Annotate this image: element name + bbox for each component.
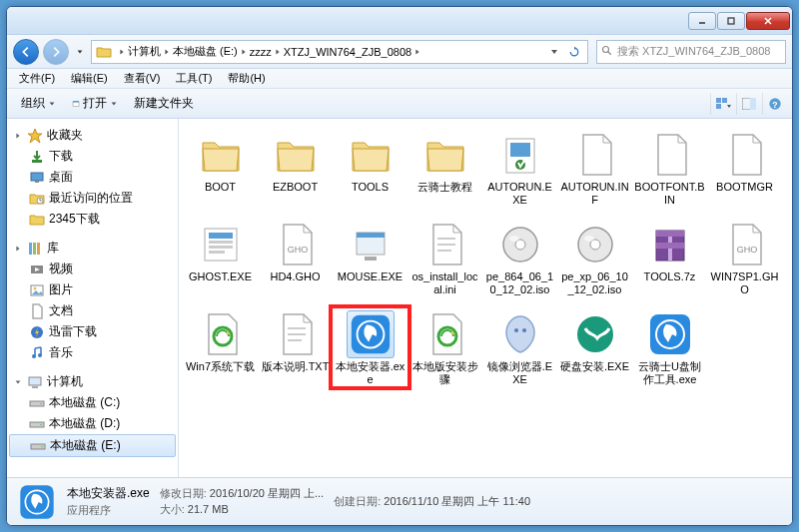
file-item[interactable]: Win7系统下载 bbox=[183, 308, 258, 398]
nav-history-dropdown[interactable] bbox=[73, 39, 87, 65]
file-item[interactable]: 本地版安装步骤 bbox=[407, 308, 482, 398]
close-button[interactable] bbox=[746, 12, 790, 30]
desktop-icon bbox=[29, 170, 45, 186]
file-item[interactable]: BOOT bbox=[183, 129, 258, 219]
file-label: pe_864_06_10_12_02.iso bbox=[482, 270, 557, 295]
addr-dropdown-icon[interactable] bbox=[545, 43, 563, 61]
file-item[interactable]: os_install_local.ini bbox=[407, 219, 482, 308]
sidebar-item-drive-c[interactable]: 本地磁盘 (C:) bbox=[7, 392, 178, 413]
sidebar-item-music[interactable]: 音乐 bbox=[7, 342, 178, 363]
explorer-window: 计算机 本地磁盘 (E:) zzzz XTZJ_WIN764_ZJB_0808 … bbox=[6, 6, 793, 526]
breadcrumb-item[interactable]: XTZJ_WIN764_ZJB_0808 bbox=[284, 46, 411, 58]
file-item[interactable]: GHOWIN7SP1.GHO bbox=[707, 219, 782, 308]
star-icon bbox=[27, 128, 43, 144]
file-item[interactable]: 硬盘安装.EXE bbox=[557, 308, 632, 398]
sidebar-favorites-header[interactable]: 收藏夹 bbox=[7, 125, 178, 146]
menu-file[interactable]: 文件(F) bbox=[11, 71, 63, 86]
help-icon[interactable]: ? bbox=[762, 93, 786, 115]
file-item[interactable]: 版本说明.TXT bbox=[258, 308, 333, 398]
search-placeholder: 搜索 XTZJ_WIN764_ZJB_0808 bbox=[617, 44, 770, 59]
open-button[interactable]: 打开 bbox=[64, 93, 126, 114]
file-item[interactable]: TOOLS.7z bbox=[632, 219, 707, 308]
file-label: BOOT bbox=[203, 181, 238, 194]
breadcrumb-item[interactable]: 本地磁盘 (E:) bbox=[173, 44, 238, 59]
url-icon bbox=[421, 310, 469, 358]
preview-pane-icon[interactable] bbox=[736, 93, 760, 115]
file-label: 硬盘安装.EXE bbox=[558, 360, 631, 373]
sidebar-item-drive-e[interactable]: 本地磁盘 (E:) bbox=[9, 434, 176, 457]
file-item[interactable]: BOOTMGR bbox=[707, 129, 782, 219]
minimize-button[interactable] bbox=[688, 12, 716, 30]
sidebar-libraries-header[interactable]: 库 bbox=[7, 238, 178, 259]
file-item[interactable]: pe_xp_06_10_12_02.iso bbox=[557, 219, 632, 308]
search-box[interactable]: 搜索 XTZJ_WIN764_ZJB_0808 bbox=[596, 40, 786, 64]
exe-installer-icon bbox=[347, 310, 395, 358]
sidebar-item-desktop[interactable]: 桌面 bbox=[7, 167, 178, 188]
gho-icon: GHO bbox=[272, 221, 320, 268]
organize-button[interactable]: 组织 bbox=[13, 93, 64, 114]
svg-rect-15 bbox=[32, 160, 42, 163]
file-list[interactable]: BOOTEZBOOTTOOLS云骑士教程AUTORUN.EXEAUTORUN.I… bbox=[179, 119, 792, 477]
svg-rect-32 bbox=[30, 422, 44, 427]
file-item[interactable]: 镜像浏览器.EXE bbox=[482, 308, 557, 398]
new-folder-button[interactable]: 新建文件夹 bbox=[126, 93, 202, 114]
svg-point-70 bbox=[522, 328, 526, 332]
sidebar-item-drive-d[interactable]: 本地磁盘 (D:) bbox=[7, 413, 178, 434]
file-label: TOOLS.7z bbox=[642, 270, 698, 283]
exe-diskinst-icon bbox=[571, 310, 619, 358]
refresh-icon[interactable] bbox=[565, 43, 583, 61]
sidebar-item-downloads[interactable]: 下载 bbox=[7, 146, 178, 167]
file-label: EZBOOT bbox=[271, 181, 320, 194]
file-item[interactable]: 本地安装器.exe bbox=[333, 308, 407, 398]
file-item[interactable]: BOOTFONT.BIN bbox=[632, 129, 707, 219]
back-button[interactable] bbox=[13, 39, 39, 65]
sidebar-item-2345[interactable]: 2345下载 bbox=[7, 209, 178, 230]
iso-icon bbox=[496, 221, 544, 268]
forward-button[interactable] bbox=[43, 39, 69, 65]
file-item[interactable]: AUTORUN.INF bbox=[557, 129, 632, 219]
sidebar-computer-header[interactable]: 计算机 bbox=[7, 371, 178, 392]
sidebar: 收藏夹 下载 桌面 最近访问的位置 2345下载 库 视频 图片 文档 迅雷下载… bbox=[7, 119, 179, 477]
svg-rect-47 bbox=[365, 257, 377, 261]
breadcrumb-item[interactable]: 计算机 bbox=[128, 44, 161, 59]
svg-point-69 bbox=[514, 328, 518, 332]
breadcrumb-item[interactable]: zzzz bbox=[250, 46, 272, 58]
ini-icon bbox=[421, 221, 469, 268]
file-item[interactable]: MOUSE.EXE bbox=[333, 219, 407, 308]
file-item[interactable]: pe_864_06_10_12_02.iso bbox=[482, 219, 557, 308]
svg-rect-10 bbox=[716, 104, 721, 109]
file-item[interactable]: TOOLS bbox=[333, 129, 407, 219]
file-label: HD4.GHO bbox=[268, 270, 322, 283]
file-item[interactable]: 云骑士教程 bbox=[407, 129, 482, 219]
file-item[interactable]: 云骑士U盘制作工具.exe bbox=[632, 308, 707, 398]
svg-rect-41 bbox=[209, 241, 233, 244]
sidebar-item-pictures[interactable]: 图片 bbox=[7, 279, 178, 300]
sidebar-item-thunder[interactable]: 迅雷下载 bbox=[7, 321, 178, 342]
svg-rect-20 bbox=[33, 243, 36, 255]
file-icon bbox=[571, 131, 619, 179]
maximize-button[interactable] bbox=[717, 12, 745, 30]
search-icon bbox=[601, 45, 613, 59]
svg-point-56 bbox=[584, 236, 594, 242]
svg-rect-28 bbox=[29, 377, 41, 385]
address-bar[interactable]: 计算机 本地磁盘 (E:) zzzz XTZJ_WIN764_ZJB_0808 bbox=[91, 40, 588, 64]
file-item[interactable]: EZBOOT bbox=[258, 129, 333, 219]
selected-modified: 2016/10/20 星期四 上... bbox=[210, 487, 324, 499]
menu-edit[interactable]: 编辑(E) bbox=[63, 71, 116, 86]
txt-icon bbox=[272, 310, 320, 358]
menu-view[interactable]: 查看(V) bbox=[116, 71, 169, 86]
view-options-icon[interactable] bbox=[710, 93, 734, 115]
iso-icon bbox=[571, 221, 619, 268]
file-item[interactable]: GHOST.EXE bbox=[183, 219, 258, 308]
file-label: 镜像浏览器.EXE bbox=[482, 360, 557, 385]
sidebar-item-videos[interactable]: 视频 bbox=[7, 259, 178, 279]
sidebar-item-recent[interactable]: 最近访问的位置 bbox=[7, 188, 178, 209]
document-icon bbox=[29, 303, 45, 319]
sidebar-item-documents[interactable]: 文档 bbox=[7, 300, 178, 321]
svg-rect-59 bbox=[656, 231, 684, 237]
menu-help[interactable]: 帮助(H) bbox=[220, 71, 273, 86]
menu-tools[interactable]: 工具(T) bbox=[168, 71, 220, 86]
file-label: AUTORUN.EXE bbox=[482, 181, 557, 206]
file-item[interactable]: AUTORUN.EXE bbox=[482, 129, 557, 219]
file-item[interactable]: GHOHD4.GHO bbox=[258, 219, 333, 308]
